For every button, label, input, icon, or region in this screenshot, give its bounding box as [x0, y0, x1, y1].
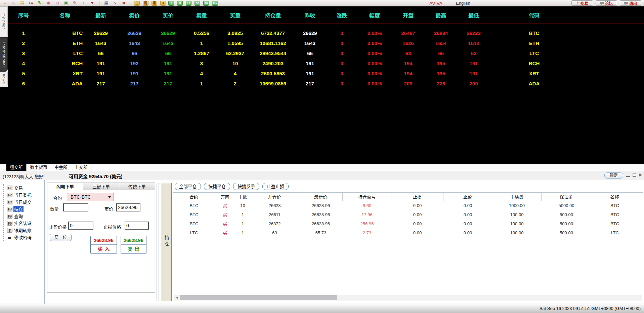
period-button-0[interactable]: 日	[134, 1, 140, 6]
market-row[interactable]: 4BCH1911921913102490.20319100.00%1941951…	[0, 58, 644, 69]
contract-select[interactable]: BTC-BTC	[67, 193, 114, 201]
position-col-2: 手数	[235, 193, 250, 201]
quantity-label: 数量	[50, 205, 59, 212]
market-cell: 195	[425, 69, 457, 79]
market-cell: 0.00%	[358, 79, 391, 89]
market-cell: 2600.5853	[252, 69, 294, 79]
horizontal-scrollbar[interactable]: ◀	[174, 295, 642, 301]
sidebar-item-4[interactable]: F6查询	[4, 212, 44, 220]
forum-button[interactable]: 论坛	[596, 0, 617, 6]
period-button-2[interactable]: 月	[152, 1, 157, 6]
interval-button-1[interactable]: 5	[177, 1, 183, 6]
position-button-3[interactable]: 止盈止损	[262, 183, 289, 190]
fw-icon[interactable]: FW	[28, 0, 34, 6]
sidebar-item-5[interactable]: F9实名认证	[4, 220, 44, 227]
take-profit-label: 止盈价格	[49, 224, 67, 230]
sell-price: 26628.96	[121, 236, 146, 245]
interval-button-0[interactable]: 1	[168, 1, 174, 6]
interval-button-4[interactable]: 60	[203, 1, 209, 6]
side-tab-1[interactable]: international	[0, 37, 8, 72]
lock-button[interactable]: 锁定	[604, 172, 623, 179]
position-row[interactable]: BTC买12637226628.96256.960.000.00100.0050…	[173, 219, 643, 228]
interval-button-3[interactable]: 30	[195, 1, 200, 6]
zoom-out-icon[interactable]: ⊖	[54, 0, 60, 6]
horn-icon[interactable]: ♪	[81, 0, 86, 6]
reset-button[interactable]: 复 位	[50, 234, 72, 241]
interval-button-2[interactable]: 15	[186, 1, 191, 6]
position-button-2[interactable]: 快捷反手	[233, 183, 259, 190]
panel-splitter[interactable]	[157, 183, 159, 301]
market-cell: 1.0595	[218, 38, 252, 48]
line-chart-icon[interactable]: ∿	[112, 0, 118, 6]
market-row[interactable]: 5XRT191191191442600.585319100.00%1941951…	[0, 69, 644, 79]
refresh-icon[interactable]: ↻	[37, 0, 43, 6]
market-cell: BCH	[47, 58, 84, 69]
edit-icon[interactable]: ✎	[72, 0, 78, 6]
home-icon[interactable]: ⌂	[11, 0, 16, 6]
market-cell: 209	[391, 79, 425, 89]
exchange-tab-2[interactable]: 中金所	[51, 164, 71, 171]
take-profit-input[interactable]	[68, 222, 93, 230]
market-cell: 1626	[391, 38, 425, 48]
position-vertical-tab[interactable]: 持仓	[162, 183, 172, 301]
filter-icon[interactable]: ▼	[89, 0, 95, 6]
zoom-in-icon[interactable]: ⊕	[46, 0, 51, 6]
market-cell: BTC	[490, 28, 578, 38]
sidebar-item-7[interactable]: 修改密码	[4, 234, 44, 241]
back-icon[interactable]: ←	[2, 0, 8, 6]
position-button-1[interactable]: 快捷平仓	[204, 183, 230, 190]
exchange-tab-1[interactable]: 数字货币	[27, 164, 51, 171]
sidebar-item-3[interactable]: F4持仓	[4, 205, 44, 212]
sidebar-item-0[interactable]: F1交易	[4, 184, 44, 191]
market-cell: ADA	[490, 79, 578, 89]
tree-dash	[4, 230, 6, 230]
sidebar-label: 持仓	[13, 206, 24, 212]
exit-button[interactable]: 退出	[620, 0, 641, 6]
restore-icon[interactable]	[633, 173, 636, 177]
market-cell: 1612	[457, 38, 490, 48]
order-tab-0[interactable]: 闪电下单	[47, 183, 83, 191]
order-tab-2[interactable]: 传统下单	[119, 183, 155, 191]
market-cell: 66	[425, 48, 457, 58]
exchange-tab-3[interactable]: 上交所	[71, 164, 91, 171]
side-tab-2[interactable]: news	[0, 72, 8, 86]
market-row[interactable]: 2ETH16431643164311.059510681.1162164300.…	[0, 38, 644, 48]
position-button-0[interactable]: 全部平仓	[175, 183, 201, 190]
scroll-left-arrow-icon[interactable]: ◀	[174, 295, 179, 301]
close-icon[interactable]: ×	[639, 173, 642, 178]
position-cell: 65.73	[299, 228, 343, 237]
market-cell: 66	[84, 48, 118, 58]
interval-button-5[interactable]: 2hr	[212, 1, 218, 6]
exchange-tab-0[interactable]: 纽交所	[6, 164, 27, 171]
market-price-input[interactable]	[116, 203, 140, 211]
scrollbar-thumb[interactable]	[180, 295, 337, 300]
order-tab-1[interactable]: 三键下单	[83, 183, 119, 191]
sell-button[interactable]: 26628.96 卖出	[121, 236, 146, 254]
layers-icon[interactable]: ▣	[63, 0, 69, 6]
position-row[interactable]: LTC买16365.732.730.000.00100.00500.00LTC	[173, 228, 643, 237]
market-cell-filler	[578, 69, 644, 79]
language-switch[interactable]: English	[456, 1, 470, 6]
buy-button[interactable]: 26628.96 买入	[90, 236, 117, 254]
market-row[interactable]: 3LTC6666661.286762.293728943.95446600.00…	[0, 48, 644, 58]
period-button-1[interactable]: 周	[143, 1, 148, 6]
market-col-7: 持仓量	[252, 11, 294, 19]
ledger-icon[interactable]: ▤	[19, 0, 25, 6]
period-button-group: 日周月X	[134, 1, 166, 6]
sidebar-item-6[interactable]: ¥银期转账	[4, 227, 44, 234]
quantity-input[interactable]	[63, 203, 88, 211]
minimize-icon[interactable]	[626, 176, 630, 177]
sidebar-item-2[interactable]: F3当日成交	[4, 198, 44, 205]
quote-table-icon[interactable]: ▦	[103, 0, 109, 6]
sidebar-item-1[interactable]: F2当日委托	[4, 191, 44, 198]
side-tab-0[interactable]: my page	[0, 6, 8, 37]
market-row[interactable]: 1BTC2662926629266290.52563.08256732.4377…	[0, 28, 644, 38]
trade-button[interactable]: 交易	[571, 0, 593, 6]
stop-loss-input[interactable]	[125, 222, 149, 230]
period-button-3[interactable]: X	[160, 1, 166, 6]
market-row[interactable]: 6ADA2172172171210699.085921700.00%209226…	[0, 79, 644, 89]
position-row[interactable]: BTC买102662826628.969.600.000.001000.0050…	[173, 201, 643, 210]
candle-chart-icon[interactable]: ▮▮	[121, 0, 127, 6]
order-entry-panel: 合约 BTC-BTC 数量 市价 止盈价格 止损价格 复 位 26628.96 …	[47, 190, 155, 293]
position-row[interactable]: BTC买12661126628.9617.960.000.00100.00500…	[173, 210, 643, 219]
